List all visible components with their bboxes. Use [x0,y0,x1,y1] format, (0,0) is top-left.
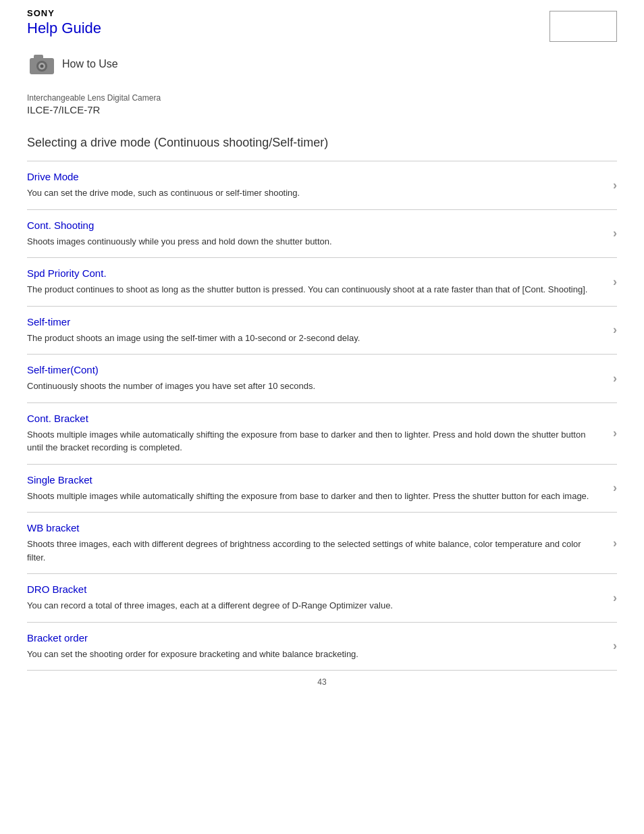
topic-title: WB bracket [27,522,599,533]
topic-title: Self-timer(Cont) [27,364,599,375]
topic-title: Spd Priority Cont. [27,267,599,279]
topic-title: Self-timer [27,316,599,328]
page-title: Selecting a drive mode (Continuous shoot… [0,126,644,161]
topic-content: WB bracketShoots three images, each with… [27,522,613,564]
topic-description: Shoots multiple images while automatical… [27,428,599,454]
topic-item[interactable]: Bracket orderYou can set the shooting or… [27,622,617,671]
topic-title: Bracket order [27,632,599,644]
svg-rect-1 [34,55,43,59]
chevron-right-icon: › [613,323,617,337]
topic-title: DRO Bracket [27,583,599,595]
footer-page: 43 [0,671,644,700]
topic-content: Spd Priority Cont.The product continues … [27,267,613,296]
topic-description: Shoots multiple images while automatical… [27,490,599,503]
topic-description: The product continues to shoot as long a… [27,283,599,296]
how-to-use-bar: How to Use [0,47,644,81]
header-box [549,11,617,42]
content-area: Drive ModeYou can set the drive mode, su… [0,161,644,671]
chevron-right-icon: › [613,639,617,653]
topic-content: DRO BracketYou can record a total of thr… [27,583,613,613]
chevron-right-icon: › [613,426,617,440]
topic-description: You can set the drive mode, such as cont… [27,186,599,200]
topic-description: You can record a total of three images, … [27,599,599,613]
topic-description: You can set the shooting order for expos… [27,648,599,661]
topic-item[interactable]: WB bracketShoots three images, each with… [27,512,617,573]
topic-content: Cont. BracketShoots multiple images whil… [27,413,613,454]
topic-item[interactable]: Single BracketShoots multiple images whi… [27,464,617,513]
svg-point-4 [41,65,44,68]
topic-title: Single Bracket [27,474,599,486]
topic-title: Drive Mode [27,171,599,182]
sony-logo: SONY [27,8,101,18]
topic-description: Shoots images continuously while you pre… [27,235,599,249]
topic-title: Cont. Shooting [27,219,599,231]
help-guide-link[interactable]: Help Guide [27,20,101,36]
topic-content: Bracket orderYou can set the shooting or… [27,632,613,661]
chevron-right-icon: › [613,275,617,289]
topic-item[interactable]: Drive ModeYou can set the drive mode, su… [27,161,617,209]
topic-item[interactable]: Self-timer(Cont)Continuously shoots the … [27,354,617,402]
topic-item[interactable]: Cont. ShootingShoots images continuously… [27,209,617,258]
camera-model: ILCE-7/ILCE-7R [27,104,617,115]
topic-content: Drive ModeYou can set the drive mode, su… [27,171,613,200]
chevron-right-icon: › [613,371,617,386]
how-to-use-text: How to Use [62,58,118,70]
chevron-right-icon: › [613,536,617,550]
how-to-use-icon [27,51,57,77]
topic-description: Continuously shoots the number of images… [27,380,599,393]
header: SONY Help Guide [0,0,644,47]
camera-type: Interchangeable Lens Digital Camera [27,93,617,103]
topic-item[interactable]: Spd Priority Cont.The product continues … [27,257,617,306]
topic-content: Cont. ShootingShoots images continuously… [27,219,613,249]
chevron-right-icon: › [613,481,617,495]
topic-title: Cont. Bracket [27,413,599,424]
topic-description: The product shoots an image using the se… [27,332,599,345]
chevron-right-icon: › [613,178,617,192]
topic-item[interactable]: Self-timerThe product shoots an image us… [27,306,617,355]
topic-content: Self-timer(Cont)Continuously shoots the … [27,364,613,393]
topic-item[interactable]: DRO BracketYou can record a total of thr… [27,573,617,622]
chevron-right-icon: › [613,591,617,605]
camera-info: Interchangeable Lens Digital Camera ILCE… [0,86,644,126]
chevron-right-icon: › [613,226,617,240]
header-left: SONY Help Guide [27,8,101,37]
topic-item[interactable]: Cont. BracketShoots multiple images whil… [27,402,617,464]
topic-content: Self-timerThe product shoots an image us… [27,316,613,345]
topic-content: Single BracketShoots multiple images whi… [27,474,613,503]
page-number: 43 [317,677,326,687]
topic-description: Shoots three images, each with different… [27,538,599,564]
